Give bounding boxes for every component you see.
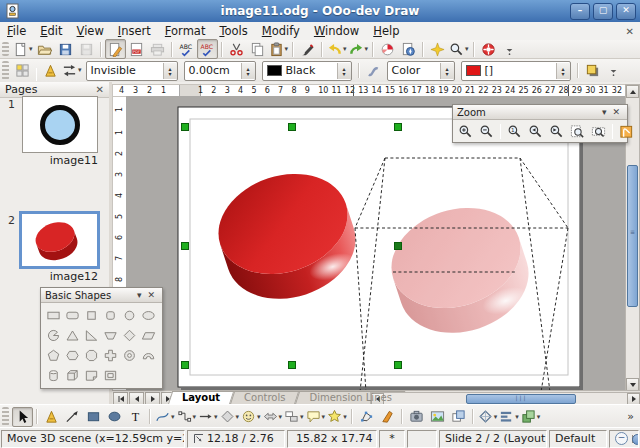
parallelogram-shape-button[interactable] [140, 325, 158, 345]
titlebar[interactable]: image11.odg - OOo-dev Draw – ▢ ✕ [0, 0, 640, 22]
display-grid-button[interactable] [427, 39, 448, 59]
lines-arrows-button[interactable]: ▾ [197, 407, 219, 427]
selection-handle[interactable] [395, 243, 402, 250]
rounded-square-shape-button[interactable] [101, 305, 119, 325]
styles-button[interactable] [12, 60, 33, 80]
symbol-shapes-button[interactable]: ▾ [240, 407, 262, 427]
fill-style-spinner[interactable]: ▴▾ [440, 63, 454, 79]
menu-view[interactable]: View [70, 23, 111, 39]
chart-button[interactable] [377, 39, 398, 59]
rectangle-shape-button[interactable] [44, 305, 62, 325]
menu-tools[interactable]: Tools [212, 23, 254, 39]
auto-spellcheck-button[interactable]: ABC [197, 39, 218, 59]
block-arrows-dropdown-icon[interactable]: ▾ [279, 413, 283, 421]
fontwork-button[interactable] [377, 407, 398, 427]
cube-shape-button[interactable] [63, 365, 81, 385]
line-width-spinbox[interactable]: 0.00cm ▴▾ [184, 61, 256, 81]
new-button[interactable]: ▾ [12, 39, 34, 59]
toolbar-options-button[interactable] [603, 60, 624, 80]
format-paintbrush-button[interactable] [297, 39, 318, 59]
edit-file-button[interactable] [105, 39, 126, 59]
extrusion-dropdown-icon[interactable]: ▾ [494, 413, 498, 421]
trapezoid-shape-button[interactable] [101, 325, 119, 345]
toolbar-grip[interactable] [2, 42, 9, 56]
rounded-rectangle-shape-button[interactable] [63, 305, 81, 325]
toolbar-grip[interactable] [2, 407, 9, 425]
ring-shape-button[interactable] [121, 345, 139, 365]
from-file-button[interactable] [406, 407, 427, 427]
connector-dropdown-icon[interactable]: ▾ [193, 413, 197, 421]
zoom-100-button[interactable]: 1 [504, 121, 525, 141]
page-2-thumbnail[interactable] [19, 211, 100, 269]
line-color-combo[interactable]: Black ▴▾ [262, 61, 352, 81]
hexagon-shape-button[interactable] [63, 345, 81, 365]
maximize-button[interactable]: ▢ [593, 3, 613, 20]
horizontal-scroll-thumb[interactable]: ∣∣∣ [466, 394, 576, 404]
flowcharts-dropdown-icon[interactable]: ▾ [300, 413, 304, 421]
cylinder-shape-button[interactable] [44, 365, 62, 385]
line-width-spinner[interactable]: ▴▾ [241, 63, 255, 79]
alignment-button[interactable]: ▾ [498, 407, 520, 427]
pages-panel-close-icon[interactable]: ✕ [96, 84, 104, 95]
navigator-button[interactable] [398, 39, 419, 59]
toolbar-options-button[interactable] [499, 39, 520, 59]
zoom-objects-button[interactable] [616, 121, 637, 141]
zoom-in-button[interactable] [455, 121, 476, 141]
basic-shapes-menu-icon[interactable]: ▾ [134, 290, 145, 300]
copy-button[interactable] [247, 39, 268, 59]
page-style[interactable]: Default [549, 430, 607, 448]
basic-shapes-button[interactable]: ▾ [219, 407, 241, 427]
diamond-shape-button[interactable] [121, 325, 139, 345]
line-button[interactable] [40, 60, 61, 80]
cut-button[interactable] [226, 39, 247, 59]
zoom-palette-close-icon[interactable]: ✕ [609, 107, 623, 117]
help-button[interactable] [478, 39, 499, 59]
close-button[interactable]: ✕ [616, 3, 636, 20]
right-triangle-shape-button[interactable] [82, 325, 100, 345]
fill-color-combo[interactable]: [] ▴▾ [461, 61, 571, 81]
selection-handle[interactable] [289, 124, 296, 131]
arrow-style-button[interactable]: ▾ [61, 60, 83, 80]
tab-layout[interactable]: Layout [170, 391, 232, 405]
tab-dimension-lines[interactable]: Dimension Lines [297, 391, 403, 405]
scroll-up-icon[interactable] [626, 85, 639, 98]
selection-handle[interactable] [182, 362, 189, 369]
circle-pie-shape-button[interactable] [44, 325, 62, 345]
transformations-button[interactable] [448, 407, 469, 427]
octagon-shape-button[interactable] [82, 345, 100, 365]
zoom-slider-thumb[interactable] [632, 434, 639, 445]
page-1-thumbnail[interactable] [22, 96, 98, 153]
zoom-button[interactable]: ▾ [448, 39, 470, 59]
zoom-out-button[interactable] [476, 121, 497, 141]
isosceles-triangle-shape-button[interactable] [63, 325, 81, 345]
text-button[interactable]: T [125, 407, 146, 427]
export-pdf-button[interactable]: PDF [126, 39, 147, 59]
circle-shape-button[interactable] [121, 305, 139, 325]
shadow-button[interactable] [582, 60, 603, 80]
menu-file[interactable]: File [0, 23, 33, 39]
selection-handle[interactable] [395, 124, 402, 131]
connector-button[interactable]: ▾ [176, 407, 198, 427]
menu-insert[interactable]: Insert [111, 23, 158, 39]
vertical-scroll-thumb[interactable]: ≡ [627, 165, 638, 307]
folded-corner-shape-button[interactable] [82, 365, 100, 385]
zoom-page-width-button[interactable] [588, 121, 609, 141]
line-ends-arrow-button[interactable] [62, 407, 83, 427]
slide-indicator[interactable]: Slide 2 / 2 (Layout) [439, 430, 547, 448]
arrange-button[interactable]: ▾ [520, 407, 542, 427]
zoom-palette-menu-icon[interactable]: ▾ [599, 107, 610, 117]
basic-shapes-dropdown-icon[interactable]: ▾ [236, 413, 240, 421]
toolbar-grip[interactable] [2, 61, 9, 79]
zoom-next-button[interactable] [546, 121, 567, 141]
regular-pentagon-shape-button[interactable] [44, 345, 62, 365]
new-dropdown-icon[interactable]: ▾ [29, 45, 33, 53]
zoom-entire-page-button[interactable] [567, 121, 588, 141]
basic-shapes-close-icon[interactable]: ✕ [144, 290, 158, 300]
spellcheck-button[interactable]: ABC [176, 39, 197, 59]
open-button[interactable] [34, 39, 55, 59]
menu-format[interactable]: Format [158, 23, 213, 39]
callouts-dropdown-icon[interactable]: ▾ [322, 413, 326, 421]
redo-dropdown-icon[interactable]: ▾ [365, 45, 369, 53]
line-color-spinner[interactable]: ▴▾ [337, 63, 351, 79]
rectangle-button[interactable] [83, 407, 104, 427]
